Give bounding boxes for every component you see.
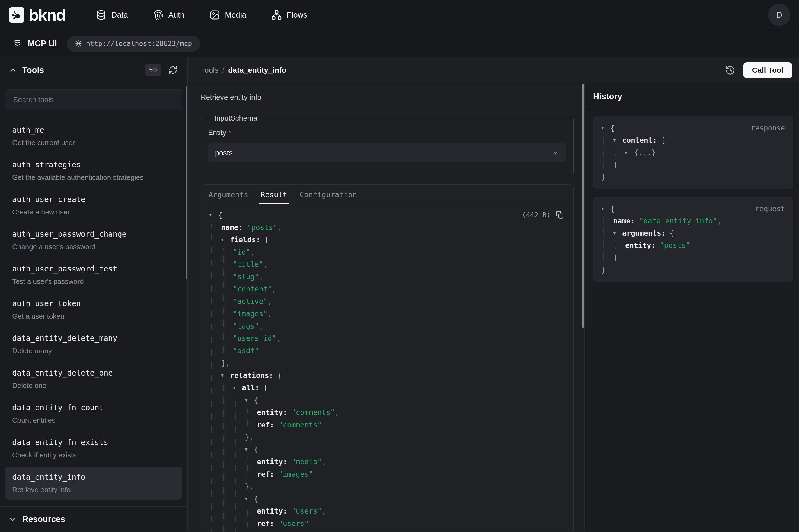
tool-name: auth_strategies [12, 160, 175, 169]
json-line: } [601, 171, 785, 183]
tool-name: data_entity_delete_many [12, 334, 175, 343]
indent-guide [615, 241, 616, 249]
tool-description: Create a new user [12, 208, 175, 216]
tool-name: data_entity_fn_exists [12, 438, 175, 447]
json-line: ▼{response [601, 122, 785, 134]
json-line: ▼all: [ [209, 381, 564, 394]
tab-arguments[interactable]: Arguments [209, 185, 248, 204]
primary-nav: Data Auth Media Flows [96, 10, 307, 20]
json-line: ▼relations: { [209, 369, 564, 382]
history-icon [725, 65, 735, 75]
json-line: ▼fields: [ [209, 233, 564, 246]
tool-list-item[interactable]: data_entity_infoRetrieve entity info [5, 467, 182, 500]
json-line: } [601, 264, 785, 276]
tool-detail-panel: Retrieve entity info InputSchema Entity*… [188, 83, 585, 532]
expand-toggle-icon[interactable]: ▶ [625, 150, 634, 155]
tool-name: auth_user_password_change [12, 230, 175, 239]
json-line: "title", [209, 258, 564, 271]
history-entry-card[interactable]: ▼{response▼content: [▶{...}]} [593, 116, 793, 189]
bknd-logo-icon [9, 7, 24, 23]
entry-type-badge: response [751, 124, 785, 132]
json-line: "active", [209, 295, 564, 308]
collapse-toggle-icon[interactable]: ▼ [613, 230, 622, 235]
json-line: "asdf" [209, 345, 564, 357]
tool-list-item[interactable]: auth_user_tokenGet a user token [5, 293, 182, 326]
nav-item-data[interactable]: Data [96, 10, 128, 20]
search-input[interactable] [5, 90, 182, 110]
collapse-toggle-icon[interactable]: ▼ [233, 385, 242, 390]
indent-guide [247, 457, 248, 477]
tools-section-header[interactable]: Tools 50 [0, 57, 187, 83]
tool-list-item[interactable]: data_entity_delete_oneDelete one [5, 363, 182, 396]
tool-list-item[interactable]: auth_meGet the current user [5, 120, 182, 153]
history-entry-card[interactable]: ▼{requestname: "data_entity_info",▼argum… [593, 196, 793, 282]
resources-section-header[interactable]: Resources [0, 506, 187, 532]
history-entries: ▼{response▼content: [▶{...}]}▼{requestna… [585, 110, 799, 282]
tool-list-item[interactable]: auth_user_password_testTest a user's pas… [5, 259, 182, 291]
tools-count-badge: 50 [145, 64, 161, 76]
brand-logo[interactable]: bknd [9, 6, 65, 24]
collapse-toggle-icon[interactable]: ▼ [221, 237, 230, 242]
server-url-pill[interactable]: http://localhost:28623/mcp [67, 36, 200, 52]
result-json-viewer: ▼{(442 B) name: "posts",▼fields: ["id","… [201, 205, 573, 532]
input-schema-fieldset: InputSchema Entity* posts [201, 114, 574, 174]
nav-item-auth[interactable]: Auth [153, 10, 185, 20]
collapse-toggle-icon[interactable]: ▼ [221, 373, 230, 378]
entity-select[interactable]: posts [208, 144, 566, 163]
tool-list-item[interactable]: data_entity_fn_existsCheck if entity exi… [5, 432, 182, 465]
tab-configuration[interactable]: Configuration [300, 185, 357, 204]
collapse-toggle-icon[interactable]: ▼ [601, 125, 610, 130]
collapse-toggle-icon[interactable]: ▼ [245, 447, 254, 452]
json-line: "users_id", [209, 332, 564, 345]
globe-icon [75, 40, 82, 47]
json-line: ▼{ [209, 493, 564, 505]
sidebar-scrollbar-thumb[interactable] [186, 86, 187, 279]
tool-description: Change a user's password [12, 242, 175, 251]
tab-result[interactable]: Result [261, 185, 287, 204]
history-toggle-button[interactable] [724, 64, 737, 77]
copy-button[interactable] [555, 211, 564, 220]
collapse-toggle-icon[interactable]: ▼ [601, 206, 610, 211]
resources-section-title: Resources [22, 514, 65, 524]
server-url: http://localhost:28623/mcp [86, 40, 192, 48]
json-line: "images", [209, 307, 564, 320]
tools-list: auth_meGet the current userauth_strategi… [0, 120, 187, 500]
tool-name: data_entity_delete_one [12, 368, 175, 378]
indent-guide [211, 223, 212, 532]
json-line: entity: "media", [209, 456, 564, 468]
json-line: entity: "posts" [601, 239, 785, 251]
collapse-toggle-icon[interactable]: ▼ [245, 398, 254, 403]
flow-icon [271, 10, 282, 20]
nav-item-media[interactable]: Media [209, 10, 246, 20]
collapse-toggle-icon[interactable]: ▼ [245, 496, 254, 501]
tool-list-item[interactable]: auth_user_createCreate a new user [5, 189, 182, 222]
entry-type-badge: request [755, 205, 785, 213]
nav-label: Flows [287, 11, 307, 20]
breadcrumb-section[interactable]: Tools [201, 66, 218, 75]
result-size: (442 B) [522, 211, 551, 219]
nav-item-flows[interactable]: Flows [271, 10, 307, 20]
tool-list-item[interactable]: data_entity_fn_countCount entities [5, 398, 182, 430]
tool-list-item[interactable]: auth_user_password_changeChange a user's… [5, 224, 182, 257]
avatar[interactable]: D [768, 4, 790, 26]
json-line: ref: "images" [209, 468, 564, 480]
mcp-subheader: MCP UI http://localhost:28623/mcp [0, 30, 799, 57]
fingerprint-icon [153, 10, 164, 20]
history-title: History [593, 92, 622, 101]
tool-list-item[interactable]: auth_strategiesGet the available authent… [5, 155, 182, 187]
refresh-tools-button[interactable] [167, 64, 179, 76]
call-tool-button[interactable]: Call Tool [743, 62, 793, 78]
collapse-toggle-icon[interactable]: ▼ [613, 137, 622, 142]
tool-name: data_entity_info [12, 473, 175, 482]
entity-field-label: Entity* [208, 129, 566, 137]
tool-description: Get the available authentication strateg… [12, 173, 175, 182]
json-line: } [601, 251, 785, 264]
main-scrollbar-thumb[interactable] [582, 84, 584, 328]
tool-list-item[interactable]: data_entity_delete_manyDelete many [5, 328, 182, 361]
indent-guide [223, 248, 224, 355]
json-line: ▼content: [ [601, 134, 785, 146]
collapse-toggle-icon[interactable]: ▼ [209, 212, 218, 217]
json-line: ▼{ [209, 443, 564, 456]
entity-select-value: posts [215, 149, 233, 157]
tools-section-title: Tools [22, 65, 44, 75]
